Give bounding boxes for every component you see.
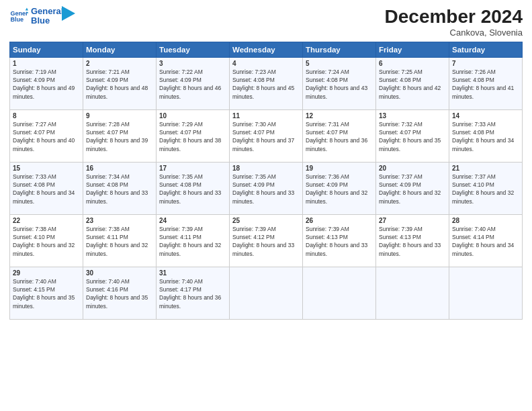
calendar-body: 1Sunrise: 7:19 AMSunset: 4:09 PMDaylight…	[10, 57, 523, 319]
header: General Blue General Blue December 2024 …	[9, 7, 523, 38]
logo-text: General	[31, 7, 63, 16]
day-number: 26	[306, 217, 373, 224]
day-cell: 5Sunrise: 7:24 AMSunset: 4:08 PMDaylight…	[303, 57, 376, 109]
col-header-tuesday: Tuesday	[157, 42, 230, 57]
day-number: 18	[232, 165, 300, 172]
day-info: Sunrise: 7:31 AMSunset: 4:07 PMDaylight:…	[306, 120, 373, 153]
day-number: 2	[86, 60, 153, 67]
day-info: Sunrise: 7:39 AMSunset: 4:13 PMDaylight:…	[306, 225, 373, 258]
svg-marker-4	[62, 6, 75, 21]
day-number: 6	[379, 60, 446, 67]
day-number: 7	[452, 60, 519, 67]
day-info: Sunrise: 7:39 AMSunset: 4:11 PMDaylight:…	[159, 225, 226, 258]
day-info: Sunrise: 7:19 AMSunset: 4:09 PMDaylight:…	[13, 68, 80, 101]
day-info: Sunrise: 7:39 AMSunset: 4:13 PMDaylight:…	[379, 225, 446, 258]
day-cell: 17Sunrise: 7:35 AMSunset: 4:08 PMDayligh…	[157, 162, 230, 214]
day-number: 29	[13, 269, 80, 277]
day-number: 16	[86, 165, 153, 172]
week-row-1: 1Sunrise: 7:19 AMSunset: 4:09 PMDaylight…	[10, 57, 523, 109]
day-number: 1	[13, 60, 80, 67]
logo-text2: Blue	[31, 16, 63, 26]
day-number: 12	[306, 112, 373, 120]
day-cell: 14Sunrise: 7:33 AMSunset: 4:08 PMDayligh…	[449, 109, 523, 162]
day-cell: 15Sunrise: 7:33 AMSunset: 4:08 PMDayligh…	[10, 162, 83, 214]
day-number: 9	[86, 112, 153, 120]
page: General Blue General Blue December 2024 …	[0, 0, 532, 411]
day-number: 21	[452, 165, 519, 172]
day-cell: 1Sunrise: 7:19 AMSunset: 4:09 PMDaylight…	[10, 57, 83, 109]
logo-arrow-icon	[62, 6, 75, 21]
day-cell: 7Sunrise: 7:26 AMSunset: 4:08 PMDaylight…	[449, 57, 523, 109]
day-number: 5	[306, 60, 373, 67]
day-cell: 27Sunrise: 7:39 AMSunset: 4:13 PMDayligh…	[376, 214, 449, 267]
day-number: 8	[13, 112, 80, 120]
day-cell: 8Sunrise: 7:27 AMSunset: 4:07 PMDaylight…	[10, 109, 83, 162]
day-info: Sunrise: 7:33 AMSunset: 4:08 PMDaylight:…	[13, 173, 80, 205]
day-info: Sunrise: 7:22 AMSunset: 4:09 PMDaylight:…	[159, 68, 226, 101]
day-number: 24	[159, 217, 226, 224]
sub-title: Cankova, Slovenia	[385, 28, 523, 38]
day-cell: 19Sunrise: 7:36 AMSunset: 4:09 PMDayligh…	[303, 162, 376, 214]
day-info: Sunrise: 7:30 AMSunset: 4:07 PMDaylight:…	[232, 120, 300, 153]
day-number: 30	[86, 269, 153, 277]
day-cell: 12Sunrise: 7:31 AMSunset: 4:07 PMDayligh…	[303, 109, 376, 162]
col-header-monday: Monday	[83, 42, 157, 57]
day-number: 22	[13, 217, 80, 224]
day-cell	[449, 267, 523, 319]
day-number: 17	[159, 165, 226, 172]
col-header-saturday: Saturday	[449, 42, 523, 57]
day-info: Sunrise: 7:38 AMSunset: 4:10 PMDaylight:…	[13, 225, 80, 258]
day-number: 3	[159, 60, 226, 67]
svg-marker-2	[26, 8, 28, 11]
day-info: Sunrise: 7:40 AMSunset: 4:17 PMDaylight:…	[159, 277, 226, 310]
day-info: Sunrise: 7:25 AMSunset: 4:08 PMDaylight:…	[379, 68, 446, 101]
day-info: Sunrise: 7:24 AMSunset: 4:08 PMDaylight:…	[306, 68, 373, 101]
logo: General Blue General Blue	[9, 7, 75, 26]
day-number: 19	[306, 165, 373, 172]
day-info: Sunrise: 7:35 AMSunset: 4:09 PMDaylight:…	[232, 173, 300, 205]
day-info: Sunrise: 7:39 AMSunset: 4:12 PMDaylight:…	[232, 225, 300, 258]
day-cell: 28Sunrise: 7:40 AMSunset: 4:14 PMDayligh…	[449, 214, 523, 267]
day-cell: 9Sunrise: 7:28 AMSunset: 4:07 PMDaylight…	[83, 109, 157, 162]
day-number: 31	[159, 269, 226, 277]
day-cell: 26Sunrise: 7:39 AMSunset: 4:13 PMDayligh…	[303, 214, 376, 267]
svg-text:General: General	[10, 10, 28, 17]
day-cell: 3Sunrise: 7:22 AMSunset: 4:09 PMDaylight…	[157, 57, 230, 109]
day-info: Sunrise: 7:32 AMSunset: 4:07 PMDaylight:…	[379, 120, 446, 153]
week-row-4: 22Sunrise: 7:38 AMSunset: 4:10 PMDayligh…	[10, 214, 523, 267]
day-cell: 2Sunrise: 7:21 AMSunset: 4:09 PMDaylight…	[83, 57, 157, 109]
day-number: 15	[13, 165, 80, 172]
day-number: 10	[159, 112, 226, 120]
day-cell: 18Sunrise: 7:35 AMSunset: 4:09 PMDayligh…	[230, 162, 303, 214]
day-info: Sunrise: 7:28 AMSunset: 4:07 PMDaylight:…	[86, 120, 153, 153]
calendar-header: SundayMondayTuesdayWednesdayThursdayFrid…	[10, 42, 523, 57]
day-cell	[303, 267, 376, 319]
day-cell: 20Sunrise: 7:37 AMSunset: 4:09 PMDayligh…	[376, 162, 449, 214]
day-cell: 10Sunrise: 7:29 AMSunset: 4:07 PMDayligh…	[157, 109, 230, 162]
week-row-5: 29Sunrise: 7:40 AMSunset: 4:15 PMDayligh…	[10, 267, 523, 319]
day-number: 11	[232, 112, 300, 120]
day-info: Sunrise: 7:40 AMSunset: 4:15 PMDaylight:…	[13, 277, 80, 310]
day-info: Sunrise: 7:37 AMSunset: 4:09 PMDaylight:…	[379, 173, 446, 205]
day-info: Sunrise: 7:40 AMSunset: 4:16 PMDaylight:…	[86, 277, 153, 310]
day-cell: 24Sunrise: 7:39 AMSunset: 4:11 PMDayligh…	[157, 214, 230, 267]
week-row-3: 15Sunrise: 7:33 AMSunset: 4:08 PMDayligh…	[10, 162, 523, 214]
day-number: 27	[379, 217, 446, 224]
day-cell: 31Sunrise: 7:40 AMSunset: 4:17 PMDayligh…	[157, 267, 230, 319]
day-info: Sunrise: 7:35 AMSunset: 4:08 PMDaylight:…	[159, 173, 226, 205]
day-number: 28	[452, 217, 519, 224]
day-number: 25	[232, 217, 300, 224]
day-cell: 23Sunrise: 7:38 AMSunset: 4:11 PMDayligh…	[83, 214, 157, 267]
day-cell: 4Sunrise: 7:23 AMSunset: 4:08 PMDaylight…	[230, 57, 303, 109]
logo-icon: General Blue	[9, 7, 28, 26]
day-cell: 6Sunrise: 7:25 AMSunset: 4:08 PMDaylight…	[376, 57, 449, 109]
svg-text:Blue: Blue	[10, 17, 24, 24]
day-number: 23	[86, 217, 153, 224]
day-info: Sunrise: 7:26 AMSunset: 4:08 PMDaylight:…	[452, 68, 519, 101]
day-info: Sunrise: 7:21 AMSunset: 4:09 PMDaylight:…	[86, 68, 153, 101]
day-cell: 22Sunrise: 7:38 AMSunset: 4:10 PMDayligh…	[10, 214, 83, 267]
day-info: Sunrise: 7:36 AMSunset: 4:09 PMDaylight:…	[306, 173, 373, 205]
day-info: Sunrise: 7:38 AMSunset: 4:11 PMDaylight:…	[86, 225, 153, 258]
calendar-table: SundayMondayTuesdayWednesdayThursdayFrid…	[9, 42, 523, 320]
day-info: Sunrise: 7:37 AMSunset: 4:10 PMDaylight:…	[452, 173, 519, 205]
